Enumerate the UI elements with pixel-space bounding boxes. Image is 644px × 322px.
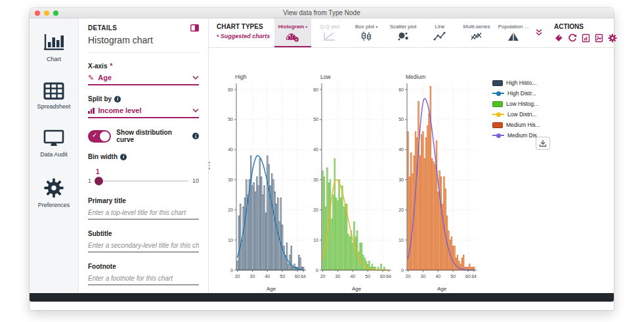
tab-multi-series[interactable]: Multi-series [458, 18, 495, 47]
info-icon[interactable] [114, 96, 121, 103]
legend-label: Low Histog... [506, 101, 538, 107]
svg-text:50: 50 [450, 274, 456, 279]
footnote-input[interactable] [88, 271, 199, 285]
legend-line-marker [492, 114, 504, 115]
gear-icon [43, 177, 64, 198]
subtitle-input[interactable] [88, 239, 199, 252]
svg-text:0: 0 [316, 268, 318, 273]
svg-text:50: 50 [313, 117, 318, 122]
x-axis-label: X-axis* [88, 62, 199, 70]
svg-text:50: 50 [365, 274, 370, 279]
actions-header: ACTIONS [554, 23, 617, 30]
legend-swatch [492, 80, 503, 86]
tab-scatter-plot[interactable]: Scatter plot [385, 18, 421, 47]
tab-population[interactable]: Population ... [495, 18, 532, 47]
svg-text:50: 50 [280, 274, 285, 279]
legend-label: High Histo... [506, 80, 536, 86]
sidebar-item-label: Chart [47, 56, 61, 62]
chevron-down-icon [192, 108, 199, 112]
sidebar-item-label: Data Audit [40, 151, 68, 158]
window-titlebar: View data from Type Node [30, 8, 614, 18]
histogram-plot-high: High0102030405060203040506064Age [221, 73, 309, 300]
refresh-icon[interactable] [568, 34, 577, 43]
export-image-icon[interactable] [595, 34, 603, 43]
export-chart-icon[interactable] [582, 34, 590, 43]
legend-label: Low Distri... [507, 111, 536, 118]
download-icon [539, 139, 547, 147]
split-by-label: Split by [88, 95, 199, 103]
tab-box-plot[interactable]: Box plot • [348, 18, 385, 47]
legend-label: Medium His... [506, 122, 540, 128]
minimize-window-button[interactable] [44, 11, 49, 16]
details-panel: DETAILS Histogram chart X-axis* ✎ Age [79, 18, 209, 293]
svg-text:30: 30 [398, 177, 404, 182]
svg-text:60: 60 [398, 87, 404, 92]
x-axis-value: Age [98, 74, 188, 81]
zoom-window-button[interactable] [53, 11, 58, 16]
svg-text:0: 0 [230, 268, 233, 273]
settings-gear-icon[interactable] [608, 34, 617, 43]
legend-label: High Distr... [507, 90, 536, 97]
sidebar-item-data-audit[interactable]: Data Audit [40, 129, 68, 158]
distribution-curve-toggle[interactable]: ✓ [88, 130, 111, 143]
x-axis-select[interactable]: ✎ Age [88, 70, 199, 85]
more-chart-types-button[interactable] [535, 27, 543, 39]
bar-chart-icon [42, 33, 66, 53]
sidebar-item-preferences[interactable]: Preferences [38, 177, 70, 208]
legend-item[interactable]: Low Histog... [492, 101, 542, 107]
subtitle-label: Subtitle [88, 230, 199, 237]
svg-text:60: 60 [465, 274, 471, 279]
app-window: View data from Type Node Chart [30, 8, 614, 310]
close-window-button[interactable] [35, 11, 40, 16]
sidebar-item-chart[interactable]: Chart [42, 33, 66, 62]
svg-text:50: 50 [228, 117, 233, 122]
sidebar-item-label: Preferences [38, 202, 70, 208]
footnote-label: Footnote [88, 263, 199, 270]
suggested-charts-label: • Suggested charts [217, 33, 269, 39]
bin-width-slider[interactable] [95, 180, 188, 182]
slider-max-label: 10 [192, 177, 199, 184]
download-chart-button[interactable] [536, 137, 550, 150]
info-icon[interactable] [192, 133, 199, 139]
svg-text:10: 10 [313, 238, 318, 242]
histogram-panel-low: Low0102030405060203040506064Age [306, 73, 394, 302]
svg-text:30: 30 [228, 177, 233, 182]
panel-title: Histogram chart [88, 35, 199, 53]
tab-histogram[interactable]: Histogram • [274, 18, 311, 47]
monitor-icon [43, 129, 65, 148]
sidebar-item-spreadsheet[interactable]: Spreadsheet [37, 82, 70, 110]
plot-title: Medium [406, 74, 425, 80]
svg-text:40: 40 [398, 147, 404, 152]
legend-item[interactable]: High Histo... [492, 80, 542, 86]
plot-title: High [235, 74, 247, 80]
distribution-curve-label: Show distribution curve [116, 129, 199, 143]
info-icon[interactable] [120, 154, 127, 160]
histogram-icon [285, 31, 301, 42]
legend-item[interactable]: High Distr... [492, 90, 542, 97]
svg-text:40: 40 [228, 147, 233, 152]
toggle-knob [100, 131, 110, 141]
legend-item[interactable]: Medium His... [492, 122, 542, 128]
plot-title: Low [320, 74, 331, 80]
primary-title-input[interactable] [88, 206, 199, 219]
primary-title-label: Primary title [88, 197, 199, 204]
tag-icon[interactable] [554, 34, 563, 43]
tab-line[interactable]: Line [421, 18, 458, 47]
svg-text:20: 20 [313, 208, 318, 212]
tab-qq-plot[interactable]: Q-Q plot [311, 18, 348, 47]
grid-icon [43, 82, 64, 100]
slider-handle[interactable] [95, 177, 103, 185]
legend-item[interactable]: Medium Dis... [492, 132, 542, 139]
x-axis-label: Age [352, 286, 362, 292]
collapse-panel-icon[interactable] [190, 24, 199, 32]
histogram-panel-high: High0102030405060203040506064Age [221, 73, 309, 302]
scatter-plot-icon [395, 31, 411, 42]
svg-text:60: 60 [295, 274, 300, 279]
legend-item[interactable]: Low Distri... [492, 111, 542, 118]
split-by-select[interactable]: Income level [88, 103, 199, 118]
legend-swatch [492, 122, 503, 128]
chevron-down-icon [192, 76, 199, 80]
svg-text:0: 0 [401, 268, 404, 273]
svg-text:64: 64 [386, 274, 391, 279]
svg-text:10: 10 [398, 238, 404, 242]
